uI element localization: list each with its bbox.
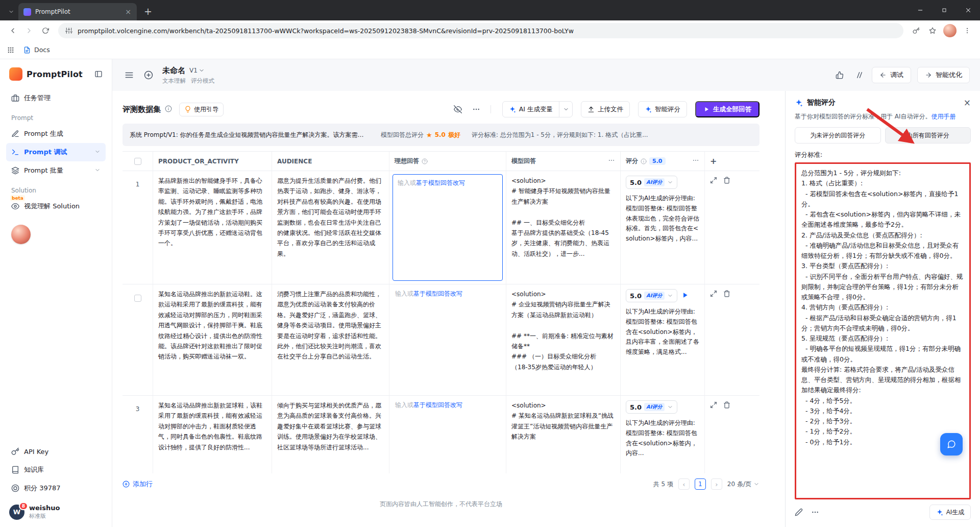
info-icon[interactable] bbox=[165, 105, 172, 114]
sidebar-item-tasks[interactable]: 任务管理 bbox=[6, 89, 106, 107]
rewrite-from-model-link[interactable]: 基于模型回答改写 bbox=[413, 401, 462, 409]
user-manual-link[interactable]: 使用手册 bbox=[932, 113, 956, 120]
cell-model-answer[interactable]: <solution> # 智能健身手环短视频营销内容批量生产解决方案 ## 一、… bbox=[506, 171, 621, 284]
upload-icon bbox=[587, 106, 595, 113]
reload-button[interactable] bbox=[38, 23, 53, 38]
generate-all-answers-button[interactable]: 生成全部回答 bbox=[695, 101, 760, 117]
forward-button[interactable] bbox=[21, 23, 37, 38]
user-account[interactable]: W 8 weishuo 标准版 bbox=[6, 498, 106, 520]
apps-grid-icon[interactable] bbox=[7, 46, 14, 54]
cell-product[interactable]: 某知名运动品牌推出的新款运动鞋。这款运动鞋采用了最新的缓震科技，能有效减轻运动对… bbox=[153, 284, 272, 395]
cell-audience[interactable]: 愿意为提升生活质量的产品付费。他们热衷于运动，如跑步、健身、游泳等，对科技产品也… bbox=[272, 171, 389, 284]
smart-score-button[interactable]: 智能评分 bbox=[638, 101, 687, 117]
bookmark-star-icon[interactable] bbox=[925, 23, 940, 38]
site-settings-icon[interactable] bbox=[65, 27, 72, 34]
help-icon[interactable] bbox=[422, 158, 428, 164]
cell-audience[interactable]: 倾向于购买与篮球相关的优质产品，愿意为高品质的篮球装备支付高价格。兴趣爱好集中在… bbox=[272, 396, 389, 473]
cell-ideal-answer[interactable]: 输入或基于模型回答改写 bbox=[389, 171, 506, 284]
prev-page-button[interactable]: ‹ bbox=[678, 478, 690, 490]
ai-vars-caret[interactable] bbox=[559, 102, 572, 117]
panel-header: 智能评分 × bbox=[795, 98, 971, 107]
sidebar-item-credits[interactable]: 积分 39787 bbox=[6, 480, 106, 497]
score-column-menu-icon[interactable] bbox=[692, 157, 699, 165]
expand-row-icon[interactable] bbox=[710, 401, 717, 410]
next-page-button[interactable]: › bbox=[711, 478, 722, 490]
add-row-button[interactable]: 添加行 bbox=[122, 480, 153, 489]
score-reason: 以下为AI生成的评分理由: 模型回答整体: 模型回答包含在<solution>标… bbox=[626, 418, 699, 459]
window-minimize-button[interactable] bbox=[908, 0, 932, 20]
expand-row-icon[interactable] bbox=[710, 177, 717, 185]
browser-tab[interactable]: PromptPilot × bbox=[18, 3, 137, 20]
sidebar-item-knowledge-base[interactable]: 知识库 bbox=[6, 461, 106, 478]
upload-file-button[interactable]: 上传文件 bbox=[581, 101, 630, 117]
feedback-hand-icon[interactable] bbox=[833, 68, 846, 82]
delete-row-icon[interactable] bbox=[723, 177, 730, 185]
bookmark-docs[interactable]: Docs bbox=[23, 46, 50, 54]
cell-product[interactable]: 某品牌新推出的智能健身手环，具备心率监测、运动记录、睡眠监测等多种功能。该手环外… bbox=[153, 171, 272, 284]
score-dropdown[interactable]: 5.0 AI评分 bbox=[626, 400, 677, 414]
sidebar-item-prompt-gen[interactable]: Prompt 生成 bbox=[6, 125, 106, 143]
tab-close-icon[interactable]: × bbox=[124, 8, 133, 16]
debug-button[interactable]: 调试 bbox=[872, 67, 911, 83]
delete-row-icon[interactable] bbox=[723, 401, 730, 410]
sidebar-item-vision-solution[interactable]: beta 视觉理解 Solution bbox=[6, 197, 106, 215]
changelog-icon[interactable] bbox=[852, 68, 866, 82]
browser-menu-icon[interactable] bbox=[960, 23, 975, 38]
assistant-avatar[interactable] bbox=[11, 225, 31, 244]
cell-ideal-answer[interactable]: 输入或基于模型回答改写 bbox=[389, 284, 506, 395]
usage-guide-button[interactable]: 使用引导 bbox=[179, 103, 224, 116]
more-options-icon[interactable] bbox=[811, 508, 819, 516]
cell-ideal-answer[interactable]: 输入或基于模型回答改写 bbox=[389, 396, 506, 473]
more-actions-icon[interactable] bbox=[469, 102, 483, 116]
add-circle-icon[interactable] bbox=[142, 68, 155, 82]
page-size-select[interactable]: 20 条/页 bbox=[727, 480, 760, 489]
browser-profile-avatar[interactable] bbox=[943, 24, 957, 37]
sidebar-collapse-icon[interactable] bbox=[94, 70, 103, 78]
version-select[interactable]: V1 bbox=[189, 67, 205, 74]
window-close-button[interactable] bbox=[956, 0, 980, 20]
cell-model-answer[interactable]: <solution> # 某知名运动品牌新款篮球鞋及“挑战灌篮王”活动短视频营销… bbox=[506, 396, 621, 473]
notification-badge: 8 bbox=[19, 502, 28, 510]
model-column-menu-icon[interactable] bbox=[608, 157, 615, 165]
ai-generate-variables-button[interactable]: AI 生成变量 bbox=[502, 101, 573, 117]
cell-score: 5.0 AI评分 以下为AI生成的评分理由: 模型回答整体: 模型回答包含在<s… bbox=[621, 284, 705, 395]
score-all-button[interactable]: 为所有回答评分 bbox=[885, 127, 971, 143]
close-panel-icon[interactable]: × bbox=[964, 99, 971, 107]
delete-row-icon[interactable] bbox=[723, 290, 730, 299]
hide-columns-icon[interactable] bbox=[451, 102, 465, 116]
smart-optimize-button[interactable]: 智能优化 bbox=[917, 67, 970, 83]
new-tab-button[interactable]: + bbox=[141, 4, 155, 18]
window-maximize-button[interactable] bbox=[932, 0, 956, 20]
back-button[interactable] bbox=[5, 23, 20, 38]
ai-generate-button[interactable]: AI生成 bbox=[929, 505, 971, 520]
score-dropdown[interactable]: 5.0 AI评分 bbox=[626, 289, 677, 302]
url-bar[interactable]: promptpilot.volcengine.com/workbench/ta-… bbox=[58, 23, 903, 38]
menu-icon[interactable] bbox=[122, 68, 136, 82]
sidebar-item-api-key[interactable]: API Key bbox=[6, 443, 106, 460]
expand-row-icon[interactable] bbox=[710, 290, 717, 299]
cell-product[interactable]: 某知名运动品牌推出新款篮球鞋，该鞋采用了最新的缓震科技，能有效减轻运动对脚部的冲… bbox=[153, 396, 272, 473]
run-score-play-icon[interactable] bbox=[681, 292, 689, 300]
rewrite-from-model-link[interactable]: 基于模型回答改写 bbox=[416, 179, 465, 186]
cell-audience[interactable]: 消费习惯上注重产品的品质和功能性，愿意为优质的运动装备支付较高的价格。兴趣爱好广… bbox=[272, 284, 389, 395]
rewrite-from-model-link[interactable]: 基于模型回答改写 bbox=[413, 290, 462, 297]
customer-service-chat-button[interactable] bbox=[940, 433, 963, 456]
info-icon[interactable] bbox=[641, 158, 647, 164]
arrow-left-icon bbox=[879, 71, 887, 79]
tab-search-chevron-icon[interactable] bbox=[4, 3, 18, 20]
cell-model-answer[interactable]: <solution> # 企业短视频营销内容批量生产解决方案（某运动品牌新款运动… bbox=[506, 284, 621, 395]
add-column-icon[interactable]: + bbox=[710, 156, 717, 166]
sidebar-item-prompt-debug[interactable]: Prompt 调试 bbox=[6, 143, 106, 161]
select-all-checkbox[interactable] bbox=[134, 158, 141, 165]
score-dropdown[interactable]: 5.0 AI评分 bbox=[626, 176, 677, 189]
edit-criteria-icon[interactable] bbox=[795, 508, 803, 516]
password-key-icon[interactable] bbox=[909, 23, 924, 38]
table-footer: 添加行 共 5 项 ‹ 1 › 20 条/页 bbox=[122, 473, 760, 495]
cell-row-actions bbox=[705, 284, 760, 395]
system-prompt-preview: 系统 Prompt/V1: 你的任务是生成企业短视频营销内容批量生产解决方案。该… bbox=[130, 131, 370, 139]
sidebar-item-prompt-batch[interactable]: Prompt 批量 bbox=[6, 161, 106, 180]
ideal-answer-input[interactable]: 输入或基于模型回答改写 bbox=[393, 174, 503, 281]
current-page-button[interactable]: 1 bbox=[695, 478, 706, 490]
score-unscored-button[interactable]: 为未评分的回答评分 bbox=[795, 127, 881, 143]
row-checkbox[interactable] bbox=[134, 295, 141, 302]
